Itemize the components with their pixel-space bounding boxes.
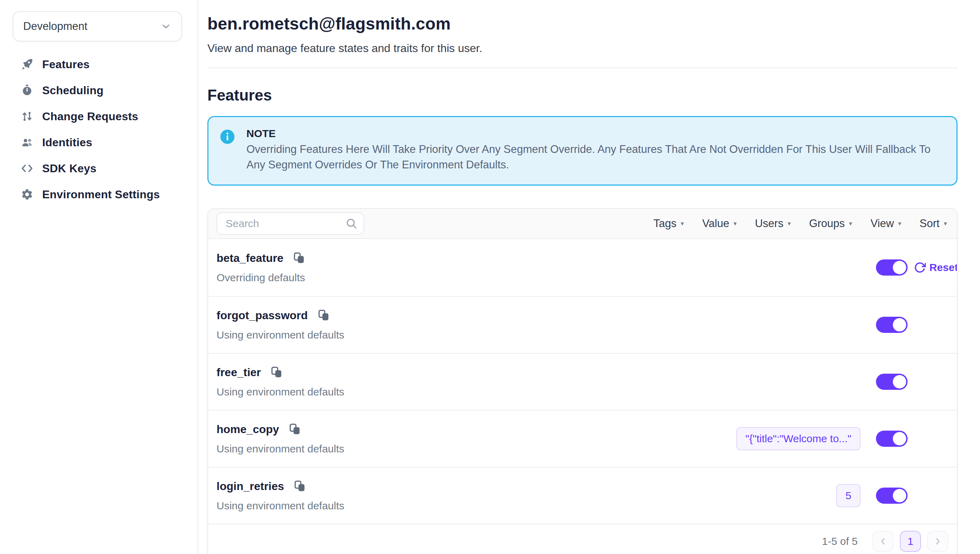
sidebar-nav: Features Scheduling Change Requests Iden…	[0, 51, 197, 207]
feature-row-beta_feature[interactable]: beta_feature Overriding defaults Reset	[208, 239, 957, 296]
sidebar-item-sdk-keys[interactable]: SDK Keys	[0, 155, 197, 181]
change-requests-icon	[21, 110, 34, 123]
feature-toggle[interactable]	[876, 374, 908, 390]
feature-toggle[interactable]	[876, 487, 908, 504]
reset-label: Reset	[929, 261, 958, 274]
caret-down-icon: ▾	[849, 220, 852, 227]
filter-value[interactable]: Value▾	[702, 217, 737, 230]
feature-status: Using environment defaults	[216, 443, 344, 455]
sidebar-item-environment-settings[interactable]: Environment Settings	[0, 181, 197, 207]
feature-status: Using environment defaults	[216, 500, 344, 512]
main-content: ben.rometsch@flagsmith.com View and mana…	[199, 0, 980, 554]
note-text: Overriding Features Here Will Take Prior…	[247, 142, 945, 173]
feature-name: beta_feature	[216, 252, 283, 265]
sidebar-item-scheduling[interactable]: Scheduling	[0, 77, 197, 103]
environment-selector-value: Development	[23, 20, 88, 33]
sidebar-item-identities[interactable]: Identities	[0, 129, 197, 155]
chevron-right-icon	[932, 536, 943, 547]
feature-row-forgot_password[interactable]: forgot_password Using environment defaul…	[208, 296, 957, 353]
page-1-button[interactable]: 1	[900, 531, 921, 552]
sidebar-item-features[interactable]: Features	[0, 51, 197, 77]
feature-list: beta_feature Overriding defaults Reset f…	[208, 239, 957, 524]
feature-value-chip: "{"title":"Welcome to..."	[737, 427, 861, 450]
copy-icon[interactable]	[294, 480, 306, 492]
reset-button[interactable]: Reset	[914, 261, 958, 274]
caret-down-icon: ▾	[733, 220, 737, 227]
filter-bar: Tags▾Value▾Users▾Groups▾View▾Sort▾	[654, 217, 948, 230]
filter-groups[interactable]: Groups▾	[809, 217, 853, 230]
copy-icon[interactable]	[318, 309, 330, 321]
copy-icon[interactable]	[270, 366, 283, 378]
page-title: ben.rometsch@flagsmith.com	[207, 14, 958, 33]
environment-selector[interactable]: Development	[13, 11, 182, 41]
caret-down-icon: ▾	[788, 220, 791, 227]
feature-value-chip: 5	[836, 484, 861, 507]
page-subtitle: View and manage feature states and trait…	[207, 42, 958, 55]
chevron-left-icon	[878, 536, 888, 547]
features-panel: Tags▾Value▾Users▾Groups▾View▾Sort▾ beta_…	[207, 208, 958, 554]
search-icon	[345, 217, 358, 230]
caret-down-icon: ▾	[898, 220, 901, 227]
feature-name: forgot_password	[216, 309, 308, 322]
feature-name: free_tier	[216, 366, 261, 379]
note-banner: NOTE Overriding Features Here Will Take …	[207, 116, 958, 186]
feature-row-login_retries[interactable]: login_retries Using environment defaults…	[208, 467, 957, 524]
header-divider	[207, 67, 958, 68]
feature-toggle[interactable]	[876, 259, 908, 275]
pagination-summary: 1-5 of 5	[822, 535, 858, 547]
filter-users[interactable]: Users▾	[755, 217, 791, 230]
rocket-icon	[21, 58, 34, 71]
feature-row-home_copy[interactable]: home_copy Using environment defaults "{"…	[208, 410, 957, 467]
caret-down-icon: ▾	[944, 220, 947, 227]
feature-name: home_copy	[216, 423, 279, 436]
search-input[interactable]	[216, 212, 364, 235]
stopwatch-icon	[21, 84, 34, 97]
feature-toggle[interactable]	[876, 317, 908, 333]
gear-icon	[21, 188, 34, 201]
features-section-heading: Features	[207, 86, 958, 104]
info-icon	[220, 129, 235, 145]
sidebar-item-change-requests[interactable]: Change Requests	[0, 103, 197, 129]
reset-icon	[914, 261, 926, 274]
copy-icon[interactable]	[289, 423, 301, 435]
feature-status: Overriding defaults	[216, 272, 305, 284]
feature-status: Using environment defaults	[216, 386, 344, 398]
prev-page-button[interactable]	[872, 531, 894, 552]
flagsmith-app: Development Features Scheduling Change R…	[0, 0, 980, 554]
code-icon	[21, 162, 34, 175]
features-toolbar: Tags▾Value▾Users▾Groups▾View▾Sort▾	[208, 209, 957, 239]
feature-toggle[interactable]	[876, 431, 908, 447]
identities-icon	[21, 136, 34, 149]
feature-name: login_retries	[216, 480, 284, 493]
sidebar: Development Features Scheduling Change R…	[0, 0, 198, 554]
filter-sort[interactable]: Sort▾	[920, 217, 947, 230]
feature-status: Using environment defaults	[216, 329, 344, 341]
feature-row-free_tier[interactable]: free_tier Using environment defaults	[208, 353, 957, 410]
next-page-button[interactable]	[927, 531, 948, 552]
copy-icon[interactable]	[293, 252, 305, 264]
filter-view[interactable]: View▾	[870, 217, 901, 230]
chevron-down-icon	[160, 21, 172, 32]
filter-tags[interactable]: Tags▾	[654, 217, 684, 230]
pagination: 1-5 of 5 1	[208, 524, 957, 554]
note-label: NOTE	[247, 127, 945, 140]
caret-down-icon: ▾	[681, 220, 684, 227]
